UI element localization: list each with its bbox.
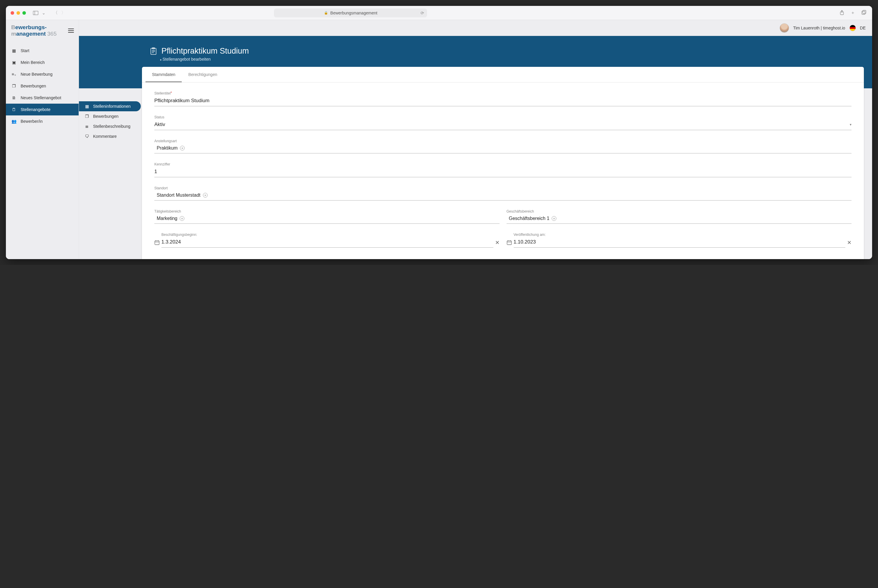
subnav-label: Kommentare xyxy=(93,134,117,139)
form-card: Stammdaten Berechtigungen Stellentitel* … xyxy=(142,67,864,259)
label-standort: Standort xyxy=(155,186,851,190)
main-column: Tim Lauenroth | timeghost.io DE ▦ Stelle… xyxy=(79,20,872,259)
subnav-label: Stelleninformationen xyxy=(93,104,131,109)
svg-rect-11 xyxy=(155,241,159,244)
document-add-icon: 🗎 xyxy=(11,95,17,100)
sub-nav: ▦ Stelleninformationen ❐ Bewerbungen ≣ S… xyxy=(79,36,142,259)
new-tab-icon[interactable]: ＋ xyxy=(849,10,856,16)
input-veroeffentlichung[interactable]: 1.10.2023 xyxy=(514,237,846,248)
tabs-overview-icon[interactable] xyxy=(860,10,867,16)
calendar-icon[interactable] xyxy=(155,240,160,248)
field-standort: Standort Standort Musterstadt ✕ xyxy=(155,186,851,201)
input-kennziffer[interactable]: 1 xyxy=(155,167,851,177)
flag-de-icon[interactable] xyxy=(849,25,856,31)
label-stellentitel: Stellentitel* xyxy=(155,91,851,95)
chip-remove-icon[interactable]: ✕ xyxy=(552,216,556,221)
field-geschaeftsbereich: Geschäftsbereich Geschäftsbereich 1 ✕ xyxy=(507,209,852,224)
label-kennziffer: Kennziffer xyxy=(155,162,851,166)
tab-stammdaten[interactable]: Stammdaten xyxy=(146,67,182,82)
user-badge-icon: ▣ xyxy=(11,60,17,65)
nav-neues-stellenangebot[interactable]: 🗎 Neues Stellenangebot xyxy=(6,92,79,104)
window-close-button[interactable] xyxy=(11,11,14,15)
clear-icon[interactable]: ✕ xyxy=(495,239,500,248)
subnav-stellenbeschreibung[interactable]: ≣ Stellenbeschreibung xyxy=(79,121,141,131)
subnav-stelleninformationen[interactable]: ▦ Stelleninformationen xyxy=(79,101,141,111)
nav-label: Bewerber/in xyxy=(21,119,43,124)
chipinput-anstellungsart[interactable]: Praktikum ✕ xyxy=(155,144,851,153)
chip-geschaeftsbereich: Geschäftsbereich 1 ✕ xyxy=(507,216,557,221)
select-status[interactable]: Aktiv xyxy=(155,120,851,130)
content-area: Pflichtpraktikum Studium Stellenangebot … xyxy=(142,36,872,259)
nav-label: Neue Bewerbung xyxy=(21,72,53,76)
nav-bewerber[interactable]: 👥 Bewerber/in xyxy=(6,116,79,127)
label-anstellungsart: Anstellungsart xyxy=(155,139,851,143)
traffic-lights xyxy=(11,11,26,15)
chipinput-geschaeftsbereich[interactable]: Geschäftsbereich 1 ✕ xyxy=(507,214,852,224)
subnav-kommentare[interactable]: 🗨 Kommentare xyxy=(79,131,141,141)
nav-label: Neues Stellenangebot xyxy=(21,95,61,100)
chipinput-standort[interactable]: Standort Musterstadt ✕ xyxy=(155,191,851,201)
subnav-label: Stellenbeschreibung xyxy=(93,124,131,129)
clipboard-icon: 🗒 xyxy=(11,107,17,112)
chip-remove-icon[interactable]: ✕ xyxy=(180,146,185,150)
lock-icon: 🔒 xyxy=(324,11,328,15)
page-title: Pflichtpraktikum Studium xyxy=(161,46,249,56)
nav-label: Mein Bereich xyxy=(21,60,45,65)
sidebar-toggle-icon[interactable] xyxy=(32,11,39,15)
tab-berechtigungen[interactable]: Berechtigungen xyxy=(182,67,224,82)
chipinput-taetigkeitsbereich[interactable]: Marketing ✕ xyxy=(155,214,500,224)
page-subtitle: Stellenangebot bearbeiten xyxy=(160,57,864,62)
label-taetigkeitsbereich: Tätigkeitsbereich xyxy=(155,209,500,213)
nav-mein-bereich[interactable]: ▣ Mein Bereich xyxy=(6,57,79,68)
lines-icon: ≣ xyxy=(84,124,90,129)
avatar[interactable] xyxy=(780,23,789,33)
forward-icon[interactable]: 〉 xyxy=(60,10,67,16)
address-bar[interactable]: 🔒 Bewerbungsmanagement ⟳ xyxy=(274,9,427,17)
chevron-down-icon[interactable]: ⌄ xyxy=(41,10,47,16)
comment-icon: 🗨 xyxy=(84,134,90,139)
grid-icon: ▦ xyxy=(11,48,17,53)
input-stellentitel[interactable]: Pflichtpraktikum Studium xyxy=(155,96,851,106)
nav-bewerbungen[interactable]: ❐ Bewerbungen xyxy=(6,80,79,92)
nav-start[interactable]: ▦ Start xyxy=(6,45,79,57)
svg-rect-15 xyxy=(507,241,511,244)
share-icon[interactable] xyxy=(839,10,845,16)
menu-toggle-icon[interactable] xyxy=(68,28,74,33)
window-fullscreen-button[interactable] xyxy=(23,11,26,15)
chip-remove-icon[interactable]: ✕ xyxy=(180,216,185,221)
nav-neue-bewerbung[interactable]: ≡₊ Neue Bewerbung xyxy=(6,68,79,80)
field-beginn: Beschäftigungsbeginn: 1.3.2024 ✕ xyxy=(155,232,500,248)
subnav-bewerbungen[interactable]: ❐ Bewerbungen xyxy=(79,111,141,121)
window-minimize-button[interactable] xyxy=(17,11,20,15)
chip-standort: Standort Musterstadt ✕ xyxy=(155,193,208,198)
label-beginn: Beschäftigungsbeginn: xyxy=(161,232,500,237)
nav-stellenangebote[interactable]: 🗒 Stellenangebote xyxy=(6,104,79,116)
field-veroeffentlichung: Veröffentlichung am: 1.10.2023 ✕ xyxy=(507,232,852,248)
field-kennziffer: Kennziffer 1 xyxy=(155,162,851,177)
chip-remove-icon[interactable]: ✕ xyxy=(203,193,208,198)
app-root: Bewerbungs- management 365 ▦ Start ▣ Mei… xyxy=(6,20,872,259)
reload-icon[interactable]: ⟳ xyxy=(420,10,424,15)
label-veroeffentlichung: Veröffentlichung am: xyxy=(514,232,852,237)
stack-icon: ❐ xyxy=(11,84,17,88)
page-header: Pflichtpraktikum Studium Stellenangebot … xyxy=(142,36,864,67)
user-display: Tim Lauenroth | timeghost.io xyxy=(793,26,845,30)
field-taetigkeitsbereich: Tätigkeitsbereich Marketing ✕ xyxy=(155,209,500,224)
field-status: Status Aktiv xyxy=(155,115,851,130)
back-icon[interactable]: 〈 xyxy=(52,10,59,16)
svg-rect-5 xyxy=(863,10,866,14)
clear-icon[interactable]: ✕ xyxy=(847,239,851,248)
calendar-icon[interactable] xyxy=(507,240,512,248)
svg-rect-0 xyxy=(33,11,38,15)
grid-icon: ▦ xyxy=(84,104,90,109)
input-beginn[interactable]: 1.3.2024 xyxy=(161,237,493,248)
select-status-value: Aktiv xyxy=(155,122,165,128)
label-geschaeftsbereich: Geschäftsbereich xyxy=(507,209,852,213)
form: Stellentitel* Pflichtpraktikum Studium S… xyxy=(142,82,864,259)
locale-label[interactable]: DE xyxy=(860,26,866,30)
chip-taetigkeitsbereich: Marketing ✕ xyxy=(155,216,185,221)
app-header: Tim Lauenroth | timeghost.io DE xyxy=(79,20,872,36)
nav-label: Start xyxy=(21,48,30,53)
stack-icon: ❐ xyxy=(84,114,90,118)
sidebar: Bewerbungs- management 365 ▦ Start ▣ Mei… xyxy=(6,20,79,259)
